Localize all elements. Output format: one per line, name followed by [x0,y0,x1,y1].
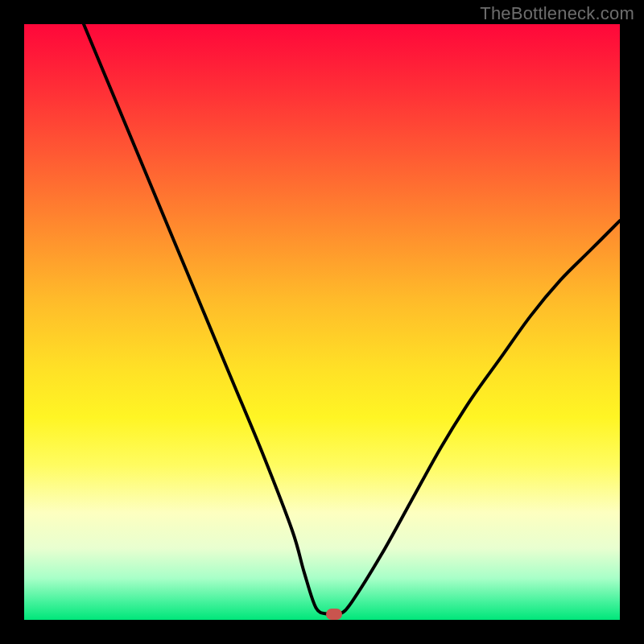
optimal-point-marker [326,609,342,620]
plot-area [24,24,620,620]
bottleneck-curve [24,24,620,620]
watermark-text: TheBottleneck.com [480,3,634,24]
chart-frame: TheBottleneck.com [0,0,644,644]
